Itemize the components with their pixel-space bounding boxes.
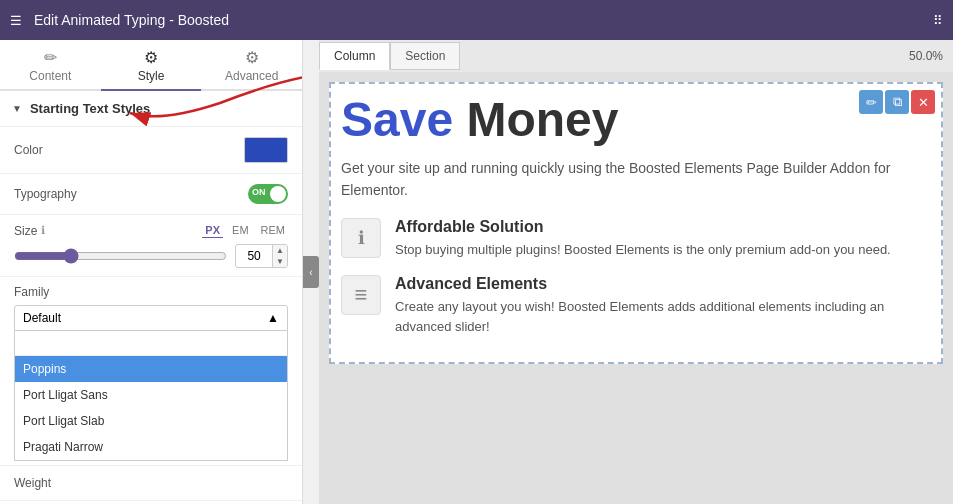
- size-row: Size ℹ PX EM REM ▲ ▼: [0, 215, 302, 277]
- family-selected-value: Default: [23, 311, 61, 325]
- left-panel: ✏ Content ⚙ Style ⚙ Advanced: [0, 40, 303, 504]
- color-swatch[interactable]: [244, 137, 288, 163]
- canvas-percent: 50.0%: [909, 49, 943, 63]
- hero-static-text: Money: [466, 93, 618, 146]
- family-select[interactable]: Default ▲ Poppins Port Lligat Sans Port …: [14, 305, 288, 461]
- grid-icon[interactable]: ⠿: [933, 13, 943, 28]
- feature-1-title: Affordable Solution: [395, 218, 891, 236]
- feature-1-text: Affordable Solution Stop buying multiple…: [395, 218, 891, 260]
- size-unit-rem[interactable]: REM: [258, 223, 288, 238]
- section-starting-text-styles[interactable]: ▼ Starting Text Styles: [0, 91, 302, 127]
- family-label: Family: [14, 285, 288, 299]
- feature-1-desc: Stop buying multiple plugins! Boosted El…: [395, 240, 891, 260]
- toggle-on-label: ON: [252, 187, 266, 197]
- right-panel: Column Section 50.0% ✏ ⧉ ✕ Save Money Ge…: [319, 40, 953, 504]
- color-control: [94, 137, 288, 163]
- content-icon: ✏: [44, 48, 57, 67]
- canvas-content: ✏ ⧉ ✕ Save Money Get your site up and ru…: [319, 72, 953, 504]
- tabs-row: ✏ Content ⚙ Style ⚙ Advanced: [0, 40, 302, 91]
- hero-description: Get your site up and running quickly usi…: [341, 157, 931, 202]
- section-title: Starting Text Styles: [30, 101, 150, 116]
- size-stepper[interactable]: ▲ ▼: [272, 245, 287, 267]
- tab-advanced-label: Advanced: [225, 69, 278, 83]
- size-label: Size ℹ: [14, 224, 202, 238]
- style-icon: ⚙: [144, 48, 158, 67]
- hero-animated-text: Save: [341, 93, 466, 146]
- canvas-tabs-bar: Column Section 50.0%: [319, 40, 953, 72]
- size-slider[interactable]: [14, 248, 227, 264]
- tab-style-label: Style: [138, 69, 165, 83]
- size-row-bottom: ▲ ▼: [14, 244, 288, 268]
- feature-item-2: ≡ Advanced Elements Create any layout yo…: [341, 275, 931, 336]
- panel-content: ▼ Starting Text Styles Color Typography …: [0, 91, 302, 504]
- color-row: Color: [0, 127, 302, 174]
- weight-label: Weight: [14, 476, 94, 490]
- typography-label: Typography: [14, 187, 94, 201]
- feature-2-text: Advanced Elements Create any layout you …: [395, 275, 931, 336]
- collapse-panel-button[interactable]: ‹: [303, 256, 319, 288]
- family-option-pragati-narrow[interactable]: Pragati Narrow: [15, 434, 287, 460]
- family-option-port-lligat-sans[interactable]: Port Lligat Sans: [15, 382, 287, 408]
- feature-1-icon: ℹ: [341, 218, 381, 258]
- family-option-poppins[interactable]: Poppins: [15, 356, 287, 382]
- feature-item-1: ℹ Affordable Solution Stop buying multip…: [341, 218, 931, 260]
- color-label: Color: [14, 143, 94, 157]
- family-search-input[interactable]: [15, 331, 287, 356]
- main-layout: ✏ Content ⚙ Style ⚙ Advanced: [0, 40, 953, 504]
- widget-toolbar: ✏ ⧉ ✕: [859, 90, 935, 114]
- toggle-thumb: [270, 186, 286, 202]
- family-row: Family Default ▲ Poppins Port Lligat San…: [0, 277, 302, 466]
- menu-icon[interactable]: ☰: [10, 13, 22, 28]
- size-units: PX EM REM: [202, 223, 288, 238]
- feature-2-title: Advanced Elements: [395, 275, 931, 293]
- tab-content[interactable]: ✏ Content: [0, 40, 101, 89]
- tab-style[interactable]: ⚙ Style: [101, 40, 202, 91]
- weight-row: Weight: [0, 466, 302, 501]
- family-dropdown-arrow: ▲: [267, 311, 279, 325]
- family-select-box[interactable]: Default ▲: [14, 305, 288, 331]
- typography-toggle[interactable]: ON: [248, 184, 288, 204]
- top-bar: ☰ Edit Animated Typing - Boosted ⠿: [0, 0, 953, 40]
- size-unit-em[interactable]: EM: [229, 223, 252, 238]
- canvas-tab-column[interactable]: Column: [319, 42, 390, 70]
- widget-edit-button[interactable]: ✏: [859, 90, 883, 114]
- canvas-tab-section[interactable]: Section: [390, 42, 460, 70]
- hero-text: Save Money: [341, 94, 931, 147]
- collapse-icon: ▼: [12, 103, 22, 114]
- advanced-icon: ⚙: [245, 48, 259, 67]
- tab-advanced[interactable]: ⚙ Advanced: [201, 40, 302, 89]
- widget-area: ✏ ⧉ ✕ Save Money Get your site up and ru…: [329, 82, 943, 364]
- page-title: Edit Animated Typing - Boosted: [34, 12, 933, 28]
- widget-duplicate-button[interactable]: ⧉: [885, 90, 909, 114]
- size-info-icon: ℹ: [41, 224, 45, 237]
- size-input-wrap: ▲ ▼: [235, 244, 288, 268]
- size-input[interactable]: [236, 246, 272, 266]
- family-option-port-lligat-slab[interactable]: Port Lligat Slab: [15, 408, 287, 434]
- size-down-arrow[interactable]: ▼: [273, 256, 287, 267]
- feature-2-icon: ≡: [341, 275, 381, 315]
- size-unit-px[interactable]: PX: [202, 223, 223, 238]
- feature-2-desc: Create any layout you wish! Boosted Elem…: [395, 297, 931, 336]
- size-up-arrow[interactable]: ▲: [273, 245, 287, 256]
- typography-control: ON: [94, 184, 288, 204]
- tab-content-label: Content: [29, 69, 71, 83]
- typography-row: Typography ON: [0, 174, 302, 215]
- family-dropdown: Poppins Port Lligat Sans Port Lligat Sla…: [14, 331, 288, 461]
- widget-delete-button[interactable]: ✕: [911, 90, 935, 114]
